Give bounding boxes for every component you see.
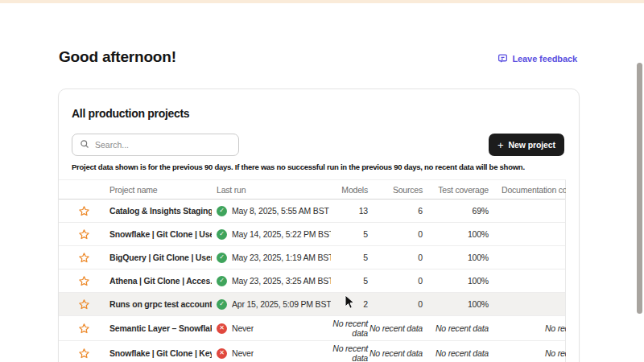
- column-header-project-name: Project name: [109, 185, 212, 195]
- run-status-icon: ✓: [217, 206, 227, 216]
- projects-table: Project name Last run Models Sources Tes…: [59, 179, 566, 362]
- sources-value: 0: [368, 229, 423, 239]
- favorite-star-button[interactable]: [59, 228, 109, 241]
- star-icon: [78, 298, 90, 311]
- star-icon: [78, 205, 90, 217]
- project-name-link[interactable]: Runs on grpc test account: [109, 299, 212, 309]
- documentation-coverage-value: No recent data: [502, 348, 566, 358]
- star-icon: [78, 228, 90, 241]
- test-coverage-value: 100%: [423, 299, 489, 309]
- models-value: No recent data: [331, 319, 368, 338]
- favorite-star-button[interactable]: [59, 205, 109, 217]
- models-value: 2: [331, 299, 368, 309]
- last-run-value: May 14, 2025, 5:22 PM BST: [232, 229, 331, 239]
- star-icon: [78, 275, 90, 287]
- column-header-test-coverage: Test coverage: [423, 185, 489, 195]
- sources-value: 0: [368, 276, 423, 286]
- last-run-value: May 8, 2025, 5:55 AM BST: [232, 206, 329, 216]
- column-header-sources: Sources: [368, 185, 423, 195]
- top-accent-bar: [0, 0, 644, 3]
- models-value: No recent data: [331, 343, 368, 362]
- last-run-value: Apr 15, 2025, 5:09 PM BST: [232, 299, 331, 309]
- new-project-label: New project: [509, 140, 555, 150]
- sources-value: No recent data: [368, 348, 423, 358]
- project-search[interactable]: [72, 134, 239, 156]
- sources-value: 6: [368, 206, 423, 216]
- run-status-icon: ✓: [217, 276, 227, 286]
- run-status-icon: ✕: [217, 348, 227, 359]
- models-value: 5: [331, 229, 368, 239]
- leave-feedback-link[interactable]: Leave feedback: [497, 53, 577, 64]
- models-value: 13: [331, 206, 368, 216]
- models-value: 5: [331, 276, 368, 286]
- table-row[interactable]: Catalog & Insights Staging... ✓ May 8, 2…: [59, 200, 565, 223]
- test-coverage-value: 100%: [423, 229, 489, 239]
- favorite-star-button[interactable]: [59, 275, 109, 287]
- favorite-star-button[interactable]: [59, 323, 109, 335]
- test-coverage-value: 100%: [423, 253, 489, 262]
- column-header-documentation-coverage: Documentation coverage: [489, 185, 566, 195]
- project-name-link[interactable]: Catalog & Insights Staging...: [109, 206, 212, 216]
- sources-value: No recent data: [368, 323, 423, 333]
- last-run-value: May 23, 2025, 3:25 AM BST: [232, 276, 331, 286]
- test-coverage-value: 69%: [423, 206, 489, 216]
- table-row[interactable]: BigQuery | Git Clone | User... ✓ May 23,…: [59, 246, 565, 269]
- card-title: All production projects: [72, 107, 189, 120]
- sources-value: 0: [368, 253, 423, 262]
- data-window-notice: Project data shown is for the previous 9…: [72, 162, 569, 171]
- column-header-models: Models: [331, 185, 368, 195]
- last-run-value: May 23, 2025, 1:19 AM BST: [232, 253, 331, 262]
- leave-feedback-label: Leave feedback: [512, 54, 577, 64]
- favorite-star-button[interactable]: [59, 252, 109, 264]
- search-input[interactable]: [95, 140, 231, 150]
- page-title: Good afternoon!: [59, 48, 176, 66]
- search-icon: [80, 138, 89, 152]
- star-icon: [78, 348, 90, 360]
- last-run-value: Never: [232, 348, 254, 358]
- run-status-icon: ✓: [217, 229, 227, 240]
- table-body: Catalog & Insights Staging... ✓ May 8, 2…: [59, 200, 565, 362]
- test-coverage-value: 100%: [423, 276, 489, 286]
- favorite-star-button[interactable]: [59, 298, 109, 311]
- run-status-icon: ✕: [217, 323, 227, 334]
- projects-card: All production projects + New project Pr…: [58, 88, 580, 362]
- plus-icon: +: [497, 140, 504, 150]
- test-coverage-value: No recent data: [423, 348, 489, 358]
- documentation-coverage-value: No recent data: [502, 323, 566, 333]
- models-value: 5: [331, 253, 368, 262]
- test-coverage-value: No recent data: [423, 323, 489, 333]
- sources-value: 0: [368, 299, 423, 309]
- table-header-row: Project name Last run Models Sources Tes…: [59, 180, 565, 200]
- project-name-link[interactable]: Snowflake | Git Clone | Key...: [109, 348, 212, 358]
- run-status-icon: ✓: [217, 253, 227, 263]
- page-scrollbar-thumb[interactable]: [637, 63, 642, 314]
- column-header-last-run: Last run: [212, 185, 331, 195]
- project-name-link[interactable]: Snowflake | Git Clone | Use...: [109, 229, 212, 239]
- table-row[interactable]: Snowflake | Git Clone | Use... ✓ May 14,…: [59, 223, 565, 246]
- table-row[interactable]: Runs on grpc test account ✓ Apr 15, 2025…: [59, 293, 565, 316]
- project-name-link[interactable]: Athena | Git Clone | Acces...: [109, 276, 212, 286]
- new-project-button[interactable]: + New project: [489, 134, 564, 156]
- project-name-link[interactable]: Semantic Layer – Snowflake: [109, 323, 212, 333]
- table-row[interactable]: Athena | Git Clone | Acces... ✓ May 23, …: [59, 269, 565, 293]
- feedback-bubble-icon: [497, 53, 508, 64]
- project-name-link[interactable]: BigQuery | Git Clone | User...: [109, 253, 212, 262]
- last-run-value: Never: [232, 323, 254, 333]
- table-row[interactable]: Snowflake | Git Clone | Key... ✕ Never N…: [59, 341, 565, 362]
- table-row[interactable]: Semantic Layer – Snowflake ✕ Never No re…: [59, 316, 565, 341]
- favorite-star-button[interactable]: [59, 348, 109, 360]
- star-icon: [78, 252, 90, 264]
- star-icon: [78, 323, 90, 335]
- run-status-icon: ✓: [217, 299, 227, 310]
